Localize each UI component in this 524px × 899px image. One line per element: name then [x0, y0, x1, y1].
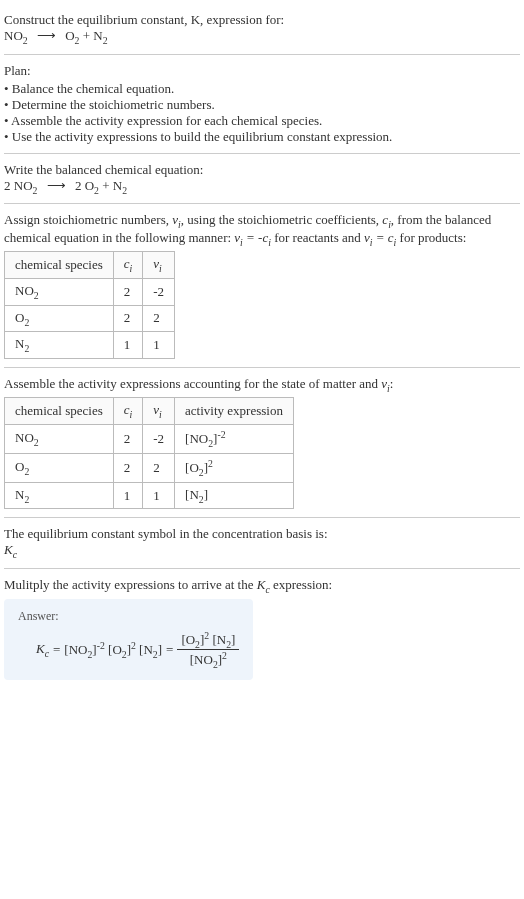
- cell-v: -2: [143, 278, 175, 305]
- table-header-row: chemical species ci νi: [5, 252, 175, 279]
- numerator: [O2]2 [N2]: [177, 630, 239, 651]
- construct-prompt: Construct the equilibrium constant, K, e…: [4, 12, 520, 28]
- table-row: NO2 2 -2: [5, 278, 175, 305]
- cell-v: 1: [143, 482, 175, 509]
- text: expression:: [270, 577, 332, 592]
- cell-v: 1: [143, 332, 175, 359]
- plan-item: Determine the stoichiometric numbers.: [4, 97, 520, 113]
- plan-list: Balance the chemical equation. Determine…: [4, 81, 520, 145]
- stoich-section: Assign stoichiometric numbers, νi, using…: [4, 204, 520, 368]
- denominator: [NO2]2: [177, 650, 239, 670]
- col-ci: ci: [113, 252, 143, 279]
- arrow-icon: ⟶: [47, 178, 66, 194]
- col-ci: ci: [113, 398, 143, 425]
- cell-species: N2: [5, 332, 114, 359]
- stoich-intro: Assign stoichiometric numbers, νi, using…: [4, 212, 520, 247]
- prompt-text: Construct the equilibrium constant, K, e…: [4, 12, 284, 27]
- text: for products:: [396, 230, 466, 245]
- unbalanced-equation: NO2 ⟶ O2 + N2: [4, 28, 520, 46]
- cell-species: NO2: [5, 424, 114, 453]
- balanced-section: Write the balanced chemical equation: 2 …: [4, 154, 520, 205]
- kc-expression: Kc = [NO2]-2 [O2]2 [N2] = [O2]2 [N2] [NO…: [18, 630, 239, 671]
- answer-label: Answer:: [18, 609, 239, 624]
- table-header-row: chemical species ci νi activity expressi…: [5, 398, 294, 425]
- text: Mulitply the activity expressions to arr…: [4, 577, 257, 592]
- cell-v: 2: [143, 453, 175, 482]
- cell-species: N2: [5, 482, 114, 509]
- plan-title: Plan:: [4, 63, 520, 79]
- cell-activity: [N2]: [175, 482, 294, 509]
- cell-activity: [O2]2: [175, 453, 294, 482]
- symbol-intro: The equilibrium constant symbol in the c…: [4, 526, 520, 542]
- table-row: NO2 2 -2 [NO2]-2: [5, 424, 294, 453]
- fraction: [O2]2 [N2] [NO2]2: [177, 630, 239, 671]
- cell-c: 2: [113, 453, 143, 482]
- text: for reactants and: [271, 230, 364, 245]
- cell-species: O2: [5, 305, 114, 332]
- header-section: Construct the equilibrium constant, K, e…: [4, 4, 520, 55]
- text: , using the stoichiometric coefficients,: [181, 212, 383, 227]
- kc-symbol: Kc: [4, 542, 520, 560]
- table-row: O2 2 2 [O2]2: [5, 453, 294, 482]
- col-vi: νi: [143, 398, 175, 425]
- cell-c: 2: [113, 278, 143, 305]
- cell-v: -2: [143, 424, 175, 453]
- cell-species: O2: [5, 453, 114, 482]
- col-species: chemical species: [5, 252, 114, 279]
- col-vi: νi: [143, 252, 175, 279]
- cell-activity: [NO2]-2: [175, 424, 294, 453]
- cell-c: 1: [113, 482, 143, 509]
- balanced-equation: 2 NO2 ⟶ 2 O2 + N2: [4, 178, 520, 196]
- text: :: [390, 376, 394, 391]
- activity-intro: Assemble the activity expressions accoun…: [4, 376, 520, 394]
- multiply-intro: Mulitply the activity expressions to arr…: [4, 577, 520, 595]
- symbol-section: The equilibrium constant symbol in the c…: [4, 518, 520, 569]
- arrow-icon: ⟶: [37, 28, 56, 44]
- answer-box: Answer: Kc = [NO2]-2 [O2]2 [N2] = [O2]2 …: [4, 599, 253, 681]
- activity-section: Assemble the activity expressions accoun…: [4, 368, 520, 519]
- plan-item: Use the activity expressions to build th…: [4, 129, 520, 145]
- col-activity: activity expression: [175, 398, 294, 425]
- text: Assign stoichiometric numbers,: [4, 212, 172, 227]
- plan-item: Balance the chemical equation.: [4, 81, 520, 97]
- cell-v: 2: [143, 305, 175, 332]
- activity-table: chemical species ci νi activity expressi…: [4, 397, 294, 509]
- balanced-intro: Write the balanced chemical equation:: [4, 162, 520, 178]
- stoich-table: chemical species ci νi NO2 2 -2 O2 2 2 N…: [4, 251, 175, 358]
- table-row: O2 2 2: [5, 305, 175, 332]
- multiply-section: Mulitply the activity expressions to arr…: [4, 569, 520, 688]
- cell-species: NO2: [5, 278, 114, 305]
- cell-c: 2: [113, 424, 143, 453]
- text: Assemble the activity expressions accoun…: [4, 376, 381, 391]
- cell-c: 2: [113, 305, 143, 332]
- cell-c: 1: [113, 332, 143, 359]
- plan-section: Plan: Balance the chemical equation. Det…: [4, 55, 520, 154]
- plan-item: Assemble the activity expression for eac…: [4, 113, 520, 129]
- col-species: chemical species: [5, 398, 114, 425]
- table-row: N2 1 1 [N2]: [5, 482, 294, 509]
- table-row: N2 1 1: [5, 332, 175, 359]
